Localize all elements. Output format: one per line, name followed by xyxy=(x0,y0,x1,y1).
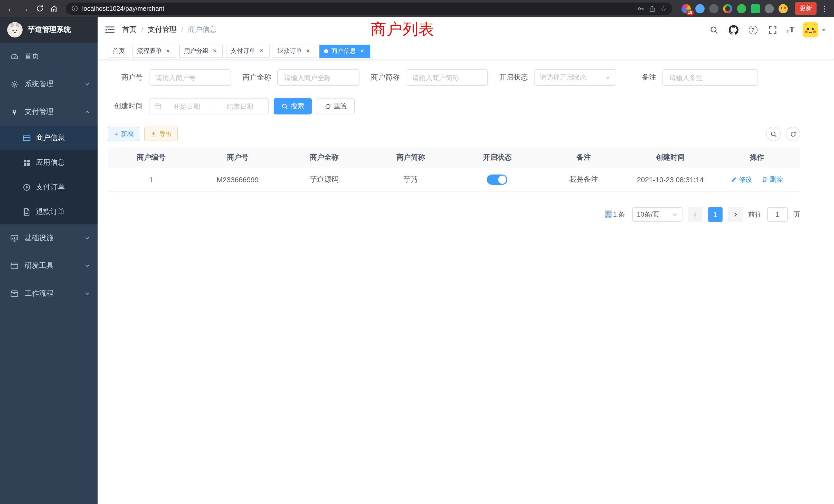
extension-icon-palette[interactable]: 10 xyxy=(681,4,691,13)
user-avatar-menu[interactable] xyxy=(803,22,826,38)
logo-avatar xyxy=(7,22,23,38)
download-icon xyxy=(151,131,157,137)
column-header-merchant-no: 商户号 xyxy=(194,147,281,168)
toggle-search-button[interactable] xyxy=(766,127,781,141)
sidebar-item-payment[interactable]: ¥ 支付管理 xyxy=(0,98,97,126)
extension-icon-dark-circle[interactable] xyxy=(709,4,719,13)
tab-payment-orders[interactable]: 支付订单 × xyxy=(226,44,270,58)
tab-home[interactable]: 首页 xyxy=(108,44,129,58)
start-date-input[interactable] xyxy=(163,102,210,110)
end-date-input[interactable] xyxy=(217,102,263,110)
browser-menu-icon[interactable]: ⋮ xyxy=(820,4,830,13)
sidebar-item-infrastructure[interactable]: 基础设施 xyxy=(0,224,97,252)
cell-create-time: 2021-10-23 08:31:14 xyxy=(627,168,714,191)
add-button[interactable]: + 新增 xyxy=(108,127,139,141)
sidebar-item-dev-tools[interactable]: 研发工具 xyxy=(0,252,97,280)
browser-forward-icon[interactable]: → xyxy=(19,2,32,15)
status-select[interactable]: 请选择开启状态 xyxy=(534,69,616,86)
breadcrumb-item-payment[interactable]: 支付管理 xyxy=(148,25,177,35)
sidebar-item-merchant-info[interactable]: 商户信息 xyxy=(0,126,97,151)
dashboard-icon xyxy=(10,52,19,61)
next-page-button[interactable] xyxy=(728,207,743,222)
export-button[interactable]: 导出 xyxy=(144,127,178,141)
tab-close-icon[interactable]: × xyxy=(258,47,265,55)
tab-close-icon[interactable]: × xyxy=(164,47,172,55)
navbar-actions: ? TT xyxy=(708,22,834,38)
page-size-select[interactable]: 10条/页 xyxy=(632,207,682,222)
tab-close-icon[interactable]: × xyxy=(358,47,366,55)
font-size-icon[interactable]: TT xyxy=(786,25,794,35)
column-header-actions: 操作 xyxy=(714,147,800,168)
tab-refund-orders[interactable]: 退款订单 × xyxy=(273,44,316,58)
search-icon xyxy=(770,131,777,137)
main-area: 首页 / 支付管理 / 商户信息 ? xyxy=(97,17,834,504)
delete-link[interactable]: 删除 xyxy=(761,175,783,184)
calendar-icon xyxy=(154,102,161,110)
app-title: 芋道管理系统 xyxy=(28,25,71,35)
prev-page-button[interactable] xyxy=(688,207,703,222)
sidebar-item-label: 退款订单 xyxy=(36,207,90,216)
sidebar-item-label: 支付订单 xyxy=(36,183,90,192)
sidebar-item-app-info[interactable]: 应用信息 xyxy=(0,151,97,175)
sidebar-item-workflow[interactable]: 工作流程 xyxy=(0,280,97,307)
search-icon xyxy=(281,103,288,110)
filter-form-row-2: 创建时间 - 搜索 重置 xyxy=(108,98,800,114)
page-content: 商户号 商户全称 商户简称 开启状态 请选择开启状态 xyxy=(97,60,834,504)
breadcrumb-item-home[interactable]: 首页 xyxy=(122,25,137,35)
fullscreen-icon[interactable] xyxy=(767,24,778,36)
sidebar-item-label: 首页 xyxy=(25,52,90,61)
table-header-row: 商户编号 商户号 商户全称 商户简称 开启状态 备注 创建时间 操作 xyxy=(108,147,800,168)
merchant-table: 商户编号 商户号 商户全称 商户简称 开启状态 备注 创建时间 操作 1 xyxy=(108,147,800,192)
filter-status: 开启状态 请选择开启状态 xyxy=(493,69,616,86)
extension-icon-blue-drop[interactable] xyxy=(695,4,705,13)
sidebar-item-refund-orders[interactable]: 退款订单 xyxy=(0,200,97,224)
refresh-table-button[interactable] xyxy=(786,127,800,141)
remark-input[interactable] xyxy=(662,69,758,86)
browser-home-icon[interactable] xyxy=(47,2,61,15)
tab-close-icon[interactable]: × xyxy=(211,47,218,55)
monitor-chart-icon xyxy=(10,234,19,242)
search-button[interactable]: 搜索 xyxy=(274,98,312,114)
github-icon[interactable] xyxy=(728,24,739,36)
browser-back-icon[interactable]: ← xyxy=(4,2,18,15)
address-bar[interactable]: localhost:1024/pay/merchant ☆ xyxy=(66,2,672,15)
bookmark-star-icon[interactable]: ☆ xyxy=(660,4,666,13)
filter-label: 创建时间 xyxy=(108,101,143,111)
tab-user-group[interactable]: 用户分组 × xyxy=(179,44,223,58)
extension-icon-color-ring[interactable] xyxy=(723,4,732,13)
merchant-short-name-input[interactable] xyxy=(406,69,488,86)
browser-reload-icon[interactable] xyxy=(33,2,46,15)
hamburger-icon[interactable] xyxy=(97,17,122,43)
password-key-icon[interactable] xyxy=(638,5,645,12)
app-logo[interactable]: 芋道管理系统 xyxy=(0,17,97,43)
trash-icon xyxy=(761,177,768,183)
extension-icon-gray-knot[interactable] xyxy=(765,4,774,13)
create-time-range-picker[interactable]: - xyxy=(149,98,269,114)
breadcrumb: 首页 / 支付管理 / 商户信息 xyxy=(122,25,217,35)
reset-button[interactable]: 重置 xyxy=(317,98,355,114)
extension-icon-smiley[interactable] xyxy=(778,4,788,13)
edit-link[interactable]: 修改 xyxy=(731,175,752,184)
merchant-name-input[interactable] xyxy=(277,69,359,86)
page-number-button[interactable]: 1 xyxy=(708,207,723,222)
search-icon[interactable] xyxy=(708,24,720,36)
extension-icon-green-square[interactable] xyxy=(751,4,760,13)
sidebar-item-system[interactable]: 系统管理 xyxy=(0,70,97,98)
column-header-merchant-name: 商户全称 xyxy=(281,147,368,168)
chevron-down-icon xyxy=(84,263,90,269)
extension-icon-green-circle[interactable] xyxy=(737,4,746,13)
tab-label: 流程表单 xyxy=(137,47,162,55)
site-info-icon[interactable] xyxy=(71,5,78,12)
goto-label: 前往 xyxy=(748,210,762,219)
tab-merchant-info[interactable]: 商户信息 × xyxy=(320,44,370,58)
goto-page-input[interactable] xyxy=(767,207,788,222)
sidebar-item-home[interactable]: 首页 xyxy=(0,43,97,70)
sidebar-item-payment-orders[interactable]: 支付订单 xyxy=(0,175,97,200)
help-icon[interactable]: ? xyxy=(747,24,759,36)
status-toggle[interactable] xyxy=(487,175,508,185)
merchant-no-input[interactable] xyxy=(149,69,231,86)
share-icon[interactable] xyxy=(649,5,656,12)
tab-process-form[interactable]: 流程表单 × xyxy=(132,44,176,58)
browser-update-button[interactable]: 更新 xyxy=(795,2,816,15)
tab-close-icon[interactable]: × xyxy=(305,47,312,55)
